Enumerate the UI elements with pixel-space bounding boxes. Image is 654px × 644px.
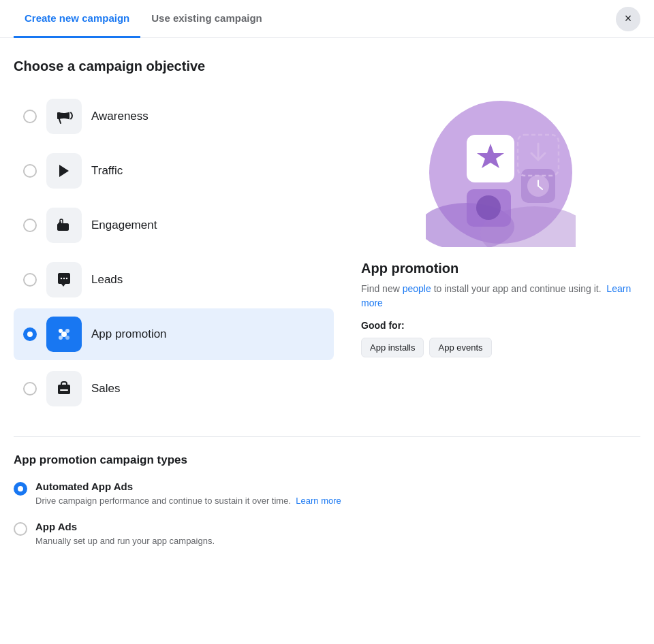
modal-container: Create new campaign Use existing campaig…	[0, 0, 654, 644]
section-title: Choose a campaign objective	[14, 59, 640, 74]
app-promotion-icon-box	[46, 317, 82, 352]
radio-traffic[interactable]	[23, 164, 37, 178]
sales-icon	[54, 379, 74, 398]
two-column-layout: Awareness Traffic	[14, 91, 640, 415]
radio-automated-app-ads[interactable]	[14, 482, 27, 496]
automated-app-ads-text: Automated App Ads Drive campaign perform…	[35, 481, 341, 507]
leads-icon-box	[46, 262, 82, 297]
automated-app-ads-desc: Drive campaign performance and continue …	[35, 495, 341, 507]
engagement-icon-box	[46, 208, 82, 243]
radio-awareness[interactable]	[23, 110, 37, 123]
campaign-types-section: App promotion campaign types Automated A…	[14, 436, 640, 547]
sales-label: Sales	[91, 382, 121, 396]
engagement-icon	[54, 216, 74, 235]
traffic-icon	[55, 162, 73, 180]
objective-item-traffic[interactable]: Traffic	[14, 145, 334, 197]
svg-marker-1	[59, 165, 69, 177]
promo-desc-suffix: to install your app and continue using i…	[431, 283, 602, 294]
tab-create-new[interactable]: Create new campaign	[14, 0, 140, 38]
app-ads-label: App Ads	[35, 521, 215, 532]
radio-engagement[interactable]	[23, 219, 37, 232]
svg-point-6	[65, 329, 69, 333]
svg-point-4	[66, 278, 67, 279]
tag-app-installs: App installs	[361, 338, 424, 357]
awareness-icon	[54, 107, 74, 126]
objective-item-app-promotion[interactable]: App promotion	[14, 308, 334, 360]
promo-description: Find new people to install your app and …	[361, 282, 640, 310]
objective-item-awareness[interactable]: Awareness	[14, 91, 334, 142]
automated-app-ads-label: Automated App Ads	[35, 481, 341, 492]
campaign-type-automated[interactable]: Automated App Ads Drive campaign perform…	[14, 481, 640, 507]
close-button[interactable]: ×	[616, 7, 640, 31]
svg-point-7	[59, 336, 63, 340]
promo-title: App promotion	[361, 261, 640, 276]
app-promotion-illustration	[426, 97, 576, 247]
automated-learn-more-link[interactable]: Learn more	[296, 496, 341, 506]
app-promotion-icon	[54, 324, 74, 344]
objective-item-engagement[interactable]: Engagement	[14, 199, 334, 251]
tags-container: App installs App events	[361, 338, 640, 357]
app-promotion-label: App promotion	[91, 327, 167, 341]
objective-item-sales[interactable]: Sales	[14, 363, 334, 415]
svg-point-24	[476, 195, 501, 220]
app-ads-desc: Manually set up and run your app campaig…	[35, 535, 215, 547]
svg-point-3	[63, 278, 65, 279]
app-ads-text: App Ads Manually set up and run your app…	[35, 521, 215, 547]
engagement-label: Engagement	[91, 219, 157, 232]
traffic-icon-box	[46, 153, 82, 189]
tag-app-events: App events	[429, 338, 491, 357]
svg-point-9	[61, 332, 67, 337]
promo-panel: App promotion Find new people to install…	[361, 91, 640, 415]
objective-item-leads[interactable]: Leads	[14, 254, 334, 306]
svg-point-2	[61, 278, 62, 279]
awareness-label: Awareness	[91, 110, 149, 123]
objectives-column: Awareness Traffic	[14, 91, 334, 415]
leads-icon	[54, 270, 74, 289]
sales-icon-box	[46, 371, 82, 406]
objective-list: Awareness Traffic	[14, 91, 334, 415]
svg-rect-0	[57, 112, 60, 119]
traffic-label: Traffic	[91, 164, 123, 178]
campaign-types-title: App promotion campaign types	[14, 453, 640, 467]
promo-desc-prefix: Find new	[361, 283, 403, 294]
tab-header: Create new campaign Use existing campaig…	[0, 0, 654, 38]
leads-label: Leads	[91, 273, 123, 287]
svg-point-8	[65, 336, 69, 340]
promo-people-link[interactable]: people	[403, 283, 431, 294]
illustration-wrapper	[361, 97, 640, 247]
tab-use-existing[interactable]: Use existing campaign	[140, 0, 273, 38]
main-content: Choose a campaign objective	[0, 38, 654, 575]
radio-app-ads[interactable]	[14, 522, 27, 536]
radio-app-promotion[interactable]	[23, 327, 37, 341]
svg-rect-11	[60, 389, 68, 391]
radio-leads[interactable]	[23, 273, 37, 287]
good-for-label: Good for:	[361, 320, 640, 331]
radio-sales[interactable]	[23, 382, 37, 396]
svg-point-5	[59, 329, 63, 333]
campaign-type-app-ads[interactable]: App Ads Manually set up and run your app…	[14, 521, 640, 547]
awareness-icon-box	[46, 99, 82, 134]
